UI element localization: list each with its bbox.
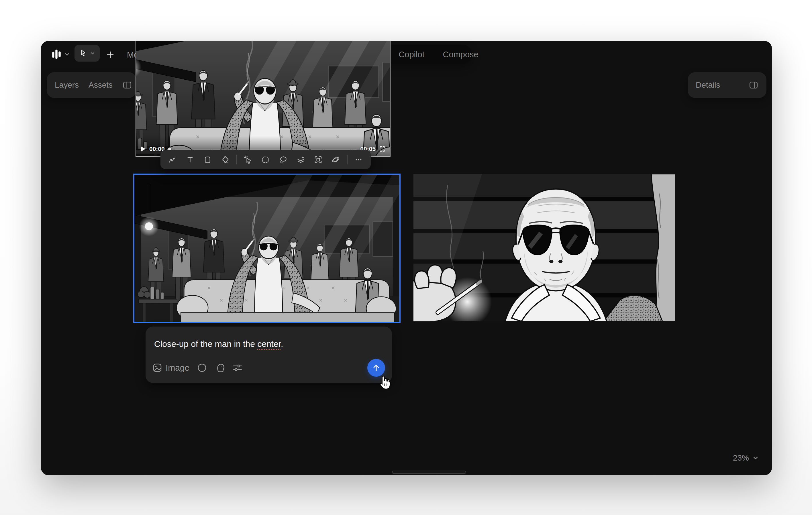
magic-cursor-icon (243, 155, 253, 164)
zoom-control[interactable]: 23% (733, 453, 759, 462)
head-profile-icon (214, 363, 225, 373)
tool-more-button[interactable] (352, 153, 365, 166)
rectangle-icon (203, 155, 212, 164)
video-frame[interactable]: 00:00 00:05 (136, 41, 390, 157)
text-icon (186, 155, 195, 164)
morphic-logo-icon (51, 49, 62, 60)
prompt-actions-row: Image (152, 359, 385, 377)
frame-crop-icon (314, 155, 323, 164)
assets-button[interactable]: Assets (89, 81, 113, 90)
details-panel-pill: Details (688, 72, 766, 98)
draw-icon (168, 155, 177, 164)
logo-menu-chevron-icon[interactable] (63, 51, 71, 58)
prompt-spellcheck-word: center (257, 339, 281, 349)
play-icon[interactable] (141, 146, 146, 152)
image-icon (152, 363, 162, 373)
model-swirl-icon (197, 363, 207, 373)
tool-layers-enhance-button[interactable] (294, 153, 307, 166)
panel-left-icon (122, 80, 132, 90)
prompt-text-before: Close-up of the man in the (154, 339, 257, 349)
horizontal-scrollbar[interactable] (392, 471, 466, 474)
tool-shape-button[interactable] (201, 153, 214, 166)
tool-lasso-button[interactable] (277, 153, 289, 166)
prompt-card: Close-up of the man in the center. Image (146, 327, 392, 383)
prompt-text-after: . (281, 339, 283, 349)
selected-scene-art (135, 175, 399, 322)
marquee-icon (261, 155, 270, 164)
tab-compose[interactable]: Compose (434, 47, 488, 62)
eraser-icon (221, 155, 230, 164)
submit-button[interactable] (367, 359, 385, 377)
settings-button[interactable] (232, 363, 243, 373)
toolbar-divider (347, 155, 348, 164)
panel-right-icon (749, 80, 758, 90)
tool-eraser-button[interactable] (219, 153, 231, 166)
tab-copilot[interactable]: Copilot (389, 47, 434, 62)
canvas-toolbar (161, 150, 371, 169)
prompt-input[interactable]: Close-up of the man in the center. (154, 339, 383, 349)
select-tool-button[interactable] (75, 45, 100, 62)
add-button[interactable] (105, 49, 116, 60)
progress-track[interactable] (175, 149, 357, 150)
closeup-canvas-frame[interactable] (413, 174, 675, 322)
layers-sparkle-icon (296, 155, 305, 164)
image-mode-chip[interactable]: Image (152, 363, 190, 373)
app-logo-button[interactable] (50, 48, 63, 61)
plus-icon (106, 50, 115, 59)
closeup-scene-art (413, 174, 675, 322)
toolbar-divider (236, 155, 237, 164)
more-dots-icon (354, 155, 363, 164)
cursor-arrow-icon (79, 49, 87, 57)
tool-text-button[interactable] (184, 153, 196, 166)
character-button[interactable] (214, 363, 225, 373)
details-button[interactable]: Details (696, 81, 720, 90)
arrow-up-icon (372, 363, 381, 372)
page-background: { "header": { "breadcrumb": { "project":… (0, 0, 812, 515)
zoom-level: 23% (733, 453, 749, 462)
tool-orbit-button[interactable] (329, 153, 342, 166)
tool-marquee-select-button[interactable] (259, 153, 272, 166)
tool-draw-button[interactable] (166, 153, 179, 166)
fullscreen-icon[interactable] (379, 146, 385, 152)
sliders-icon (232, 363, 243, 373)
lasso-icon (279, 155, 288, 164)
orbit-icon (331, 155, 340, 164)
left-panel-pill: Layers Assets (47, 72, 136, 98)
tool-frame-crop-button[interactable] (312, 153, 324, 166)
image-chip-label: Image (166, 363, 190, 373)
zoom-chevron-icon (752, 455, 759, 461)
layers-button[interactable]: Layers (55, 81, 79, 90)
panel-left-toggle-button[interactable] (122, 80, 132, 90)
selected-canvas-frame[interactable] (133, 174, 401, 323)
tool-ai-select-button[interactable] (242, 153, 255, 166)
model-button[interactable] (197, 363, 207, 373)
tool-chevron-icon (90, 51, 95, 56)
app-window: Morphic Studio / Motion Comic Canvas Cop… (41, 41, 772, 475)
panel-right-toggle-button[interactable] (749, 80, 758, 90)
